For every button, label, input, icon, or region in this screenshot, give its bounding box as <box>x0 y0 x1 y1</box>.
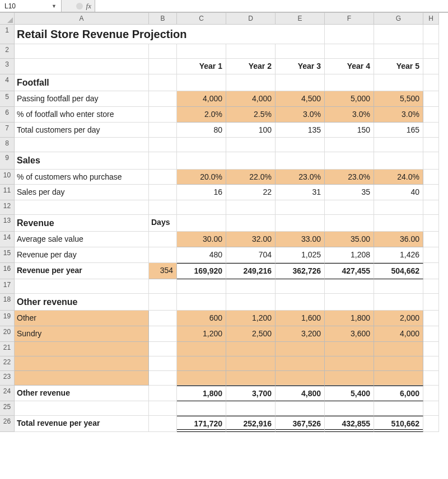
cell-F12[interactable] <box>325 200 374 215</box>
cell-H19[interactable] <box>423 311 439 326</box>
cell-C11[interactable]: 16 <box>177 185 226 200</box>
cell-B12[interactable] <box>149 200 177 215</box>
row-head-3[interactable]: 3 <box>0 59 15 74</box>
fx-icon[interactable]: fx <box>86 2 91 11</box>
cell-F5[interactable]: 5,000 <box>325 91 374 107</box>
row-head-16[interactable]: 16 <box>0 263 15 279</box>
cell-E14[interactable]: 33.00 <box>276 232 325 247</box>
row-head-22[interactable]: 22 <box>0 356 15 371</box>
cell-A17[interactable] <box>15 279 149 294</box>
cell-G25[interactable] <box>374 401 423 416</box>
cell-D14[interactable]: 32.00 <box>226 232 276 247</box>
cell-F8[interactable] <box>325 138 374 152</box>
cell-E21[interactable] <box>276 342 325 356</box>
cell-A15[interactable]: Revenue per day <box>15 247 149 263</box>
cell-H20[interactable] <box>423 326 439 342</box>
cell-F9[interactable] <box>325 152 374 169</box>
cell-C25[interactable] <box>177 401 226 416</box>
cell-D10[interactable]: 22.0% <box>226 170 276 185</box>
row-head-18[interactable]: 18 <box>0 294 15 311</box>
cell-A23[interactable] <box>15 371 149 386</box>
cell-A2[interactable] <box>15 44 149 59</box>
cell-B15[interactable] <box>149 247 177 263</box>
cell-E13[interactable] <box>276 215 325 232</box>
cell-C21[interactable] <box>177 342 226 356</box>
cell-E3[interactable]: Year 3 <box>276 59 325 74</box>
cell-C5[interactable]: 4,000 <box>177 91 226 107</box>
cell-C16[interactable]: 169,920 <box>177 263 226 279</box>
cell-G2[interactable] <box>374 44 423 59</box>
cell-F7[interactable]: 150 <box>325 123 374 138</box>
cell-G1[interactable] <box>374 25 423 44</box>
cell-A3[interactable] <box>15 59 149 74</box>
cell-C15[interactable]: 480 <box>177 247 226 263</box>
cell-B2[interactable] <box>149 44 177 59</box>
cell-A4[interactable]: Footfall <box>15 74 149 91</box>
col-head-B[interactable]: B <box>149 13 177 25</box>
select-all-corner[interactable] <box>0 13 15 25</box>
cell-C12[interactable] <box>177 200 226 215</box>
cell-A9[interactable]: Sales <box>15 152 149 169</box>
cell-C8[interactable] <box>177 138 226 152</box>
row-head-17[interactable]: 17 <box>0 279 15 294</box>
cell-E9[interactable] <box>276 152 325 169</box>
cell-H5[interactable] <box>423 91 439 107</box>
row-head-26[interactable]: 26 <box>0 416 15 432</box>
cell-B24[interactable] <box>149 386 177 402</box>
cell-E18[interactable] <box>276 294 325 311</box>
cell-B3[interactable] <box>149 59 177 74</box>
cell-F25[interactable] <box>325 401 374 416</box>
cell-F22[interactable] <box>325 356 374 371</box>
cell-C24[interactable]: 1,800 <box>177 386 226 402</box>
cell-G4[interactable] <box>374 74 423 91</box>
cell-C4[interactable] <box>177 74 226 91</box>
cell-C19[interactable]: 600 <box>177 311 226 326</box>
cell-F16[interactable]: 427,455 <box>325 263 374 279</box>
cell-G22[interactable] <box>374 356 423 371</box>
cell-H23[interactable] <box>423 371 439 386</box>
cell-E22[interactable] <box>276 356 325 371</box>
cell-E11[interactable]: 31 <box>276 185 325 200</box>
cell-A22[interactable] <box>15 356 149 371</box>
formula-input[interactable] <box>95 0 448 12</box>
cell-A25[interactable] <box>15 401 149 416</box>
row-head-10[interactable]: 10 <box>0 170 15 185</box>
col-head-D[interactable]: D <box>226 13 276 25</box>
cell-A20[interactable]: Sundry <box>15 326 149 342</box>
row-head-6[interactable]: 6 <box>0 107 15 123</box>
row-head-2[interactable]: 2 <box>0 44 15 59</box>
cell-D2[interactable] <box>226 44 276 59</box>
cell-D13[interactable] <box>226 215 276 232</box>
name-box[interactable]: L10 ▼ <box>0 0 62 12</box>
cell-D21[interactable] <box>226 342 276 356</box>
cell-H24[interactable] <box>423 386 439 402</box>
cell-G8[interactable] <box>374 138 423 152</box>
chevron-down-icon[interactable]: ▼ <box>52 3 57 9</box>
cell-F26[interactable]: 432,855 <box>325 416 374 432</box>
cell-A24[interactable]: Other revenue <box>15 386 149 402</box>
col-head-F[interactable]: F <box>325 13 374 25</box>
cell-D9[interactable] <box>226 152 276 169</box>
col-head-G[interactable]: G <box>374 13 423 25</box>
cell-H17[interactable] <box>423 279 439 294</box>
cell-D18[interactable] <box>226 294 276 311</box>
cell-B4[interactable] <box>149 74 177 91</box>
row-head-11[interactable]: 11 <box>0 185 15 200</box>
cell-F3[interactable]: Year 4 <box>325 59 374 74</box>
cell-G24[interactable]: 6,000 <box>374 386 423 402</box>
cell-E4[interactable] <box>276 74 325 91</box>
cell-H22[interactable] <box>423 356 439 371</box>
cell-F24[interactable]: 5,400 <box>325 386 374 402</box>
cell-F20[interactable]: 3,600 <box>325 326 374 342</box>
row-head-24[interactable]: 24 <box>0 386 15 402</box>
cell-F2[interactable] <box>325 44 374 59</box>
cell-A10[interactable]: % of customers who purchase <box>15 170 149 185</box>
cell-B20[interactable] <box>149 326 177 342</box>
cell-B5[interactable] <box>149 91 177 107</box>
cell-H6[interactable] <box>423 107 439 123</box>
row-head-14[interactable]: 14 <box>0 232 15 247</box>
cell-H1[interactable] <box>423 25 439 44</box>
cell-H3[interactable] <box>423 59 439 74</box>
cell-D26[interactable]: 252,916 <box>226 416 276 432</box>
cell-G5[interactable]: 5,500 <box>374 91 423 107</box>
